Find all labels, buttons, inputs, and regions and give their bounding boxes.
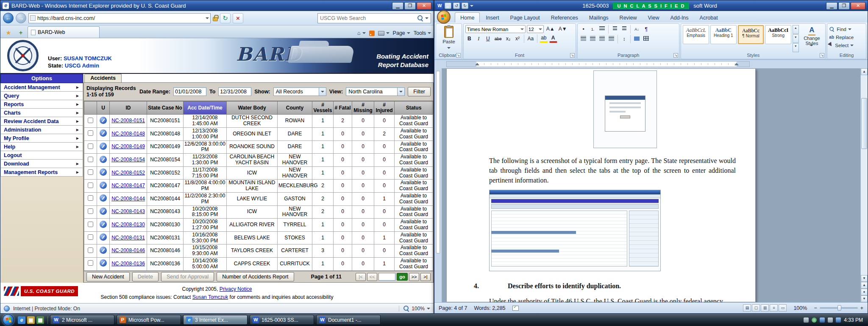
justify-icon[interactable]: [607, 35, 615, 43]
col-u[interactable]: U: [97, 101, 110, 115]
first-page-button[interactable]: |<: [356, 273, 366, 281]
scrollbar-track[interactable]: [861, 75, 868, 275]
tab-insert[interactable]: Insert: [481, 13, 504, 22]
proofing-icon[interactable]: [512, 306, 519, 311]
superscript-icon[interactable]: x²: [514, 35, 522, 43]
scroll-down-icon[interactable]: ▼: [861, 275, 868, 282]
row-checkbox[interactable]: [88, 130, 93, 136]
gallery-expand-icon[interactable]: ▼: [793, 43, 798, 52]
quick-launch-icon[interactable]: ▣: [27, 316, 35, 324]
shrink-font-icon[interactable]: A▼: [557, 25, 568, 33]
web-layout-view-icon[interactable]: ▥: [761, 304, 769, 312]
tab-references[interactable]: References: [546, 13, 583, 22]
edit-accident-icon[interactable]: [100, 182, 107, 189]
contact-link[interactable]: Susan Tomczuk: [192, 294, 228, 300]
edit-accident-icon[interactable]: [100, 247, 107, 254]
forward-button[interactable]: →: [16, 13, 26, 23]
font-color-icon[interactable]: A: [549, 35, 557, 43]
edit-accident-icon[interactable]: [100, 117, 107, 124]
row-checkbox[interactable]: [88, 118, 93, 123]
page-count[interactable]: Page: 4 of 7: [439, 305, 467, 311]
minimize-button[interactable]: ▁: [392, 2, 403, 10]
send-for-approval-button[interactable]: Send for Approval: [161, 272, 214, 281]
tab-mailings[interactable]: Mailings: [584, 13, 614, 22]
accident-id-link[interactable]: NC-2008-0151: [111, 118, 145, 124]
font-dialog-launcher-icon[interactable]: ↘: [570, 53, 575, 58]
col-id[interactable]: ID: [110, 101, 147, 115]
view-dropdown-icon[interactable]: [397, 88, 404, 96]
grow-font-icon[interactable]: A▲: [545, 25, 556, 33]
zoom-control[interactable]: 100%: [399, 306, 430, 312]
increase-indent-icon[interactable]: [620, 25, 628, 34]
accident-id-link[interactable]: NC-2008-0147: [111, 183, 145, 188]
decrease-indent-icon[interactable]: [611, 25, 619, 34]
paragraph-dialog-launcher-icon[interactable]: ↘: [673, 53, 678, 58]
align-left-icon[interactable]: [579, 35, 587, 43]
styles-dialog-launcher-icon[interactable]: ↘: [820, 53, 824, 58]
tab-view[interactable]: View: [643, 13, 665, 22]
bold-icon[interactable]: B: [465, 35, 473, 43]
edit-accident-icon[interactable]: [100, 259, 107, 267]
back-button[interactable]: ←: [3, 13, 14, 23]
word-close-button[interactable]: ✕: [851, 2, 865, 10]
zoom-out-icon[interactable]: −: [814, 305, 817, 311]
print-layout-view-icon[interactable]: ▤: [743, 304, 751, 312]
row-checkbox[interactable]: [88, 157, 93, 162]
word-titlebar[interactable]: W ↺ ↻ 1625-0003 U N C L A S S I F I E D …: [434, 0, 868, 11]
select-button[interactable]: Select: [829, 41, 864, 49]
word-minimize-button[interactable]: ▁: [826, 2, 837, 10]
edit-accident-icon[interactable]: [100, 169, 107, 176]
col-water-body[interactable]: Water Body: [227, 101, 278, 115]
col-fatal[interactable]: # Fatal: [334, 101, 352, 115]
taskbar-button-word-group[interactable]: W2 Microsoft ...: [50, 315, 114, 325]
borders-icon[interactable]: [642, 35, 650, 43]
indent-marker[interactable]: [475, 61, 479, 65]
outline-view-icon[interactable]: ≡: [770, 304, 778, 312]
quick-launch-icon[interactable]: ▦: [36, 316, 44, 324]
tab-home[interactable]: Home: [455, 12, 480, 22]
find-button[interactable]: Find: [829, 25, 864, 33]
taskbar-button-word-doc1[interactable]: W1625-0003 SS...: [250, 315, 314, 325]
next-page-icon[interactable]: ▼: [861, 295, 868, 302]
sidebar-menu-item[interactable]: My Profile ►: [0, 134, 83, 143]
accident-id-link[interactable]: NC-2008-0149: [111, 143, 145, 149]
col-injured[interactable]: # Injured: [374, 101, 395, 115]
go-button[interactable]: go: [397, 273, 408, 281]
line-spacing-icon[interactable]: ↕: [620, 35, 628, 43]
home-button[interactable]: ⌂: [357, 30, 366, 36]
change-case-icon[interactable]: Aa: [526, 35, 535, 43]
volume-icon[interactable]: [828, 318, 833, 323]
sort-icon[interactable]: A↓: [633, 25, 641, 34]
word-maximize-button[interactable]: ❐: [838, 2, 850, 10]
add-favorite-icon[interactable]: +: [15, 27, 26, 38]
network-icon[interactable]: [820, 318, 825, 323]
sidebar-menu-item[interactable]: Administration ►: [0, 126, 83, 134]
row-checkbox[interactable]: [88, 260, 93, 266]
edit-accident-icon[interactable]: [100, 208, 107, 215]
col-state-case[interactable]: State Case No: [147, 101, 184, 115]
favorites-icon[interactable]: ★: [3, 27, 14, 38]
qat-customize-icon[interactable]: [470, 5, 473, 8]
change-styles-button[interactable]: A Change Styles: [800, 25, 824, 52]
stop-button[interactable]: ×: [233, 13, 243, 23]
tab-accidents[interactable]: Accidents: [84, 74, 122, 82]
edit-accident-icon[interactable]: [100, 221, 107, 228]
office-button[interactable]: [437, 10, 451, 24]
word-count[interactable]: Words: 2,285: [474, 305, 505, 311]
page-menu[interactable]: Page: [393, 30, 410, 36]
search-icon[interactable]: [417, 15, 423, 21]
accident-id-link[interactable]: NC-2008-0136: [111, 261, 145, 267]
start-button[interactable]: [3, 314, 14, 326]
edit-accident-icon[interactable]: [100, 194, 107, 202]
goto-page-input[interactable]: [378, 273, 395, 281]
accident-id-link[interactable]: NC-2008-0144: [111, 196, 145, 202]
edit-accident-icon[interactable]: [100, 129, 107, 137]
strikethrough-icon[interactable]: abe: [493, 35, 503, 43]
subscript-icon[interactable]: x₂: [504, 35, 512, 43]
font-name-select[interactable]: Times New Roman: [465, 25, 526, 33]
tray-icon[interactable]: [836, 318, 841, 323]
col-missing[interactable]: # Missing: [352, 101, 374, 115]
prev-page-button[interactable]: <<: [367, 273, 377, 281]
quick-launch-ie-icon[interactable]: e: [18, 316, 25, 324]
row-checkbox[interactable]: [88, 234, 93, 240]
